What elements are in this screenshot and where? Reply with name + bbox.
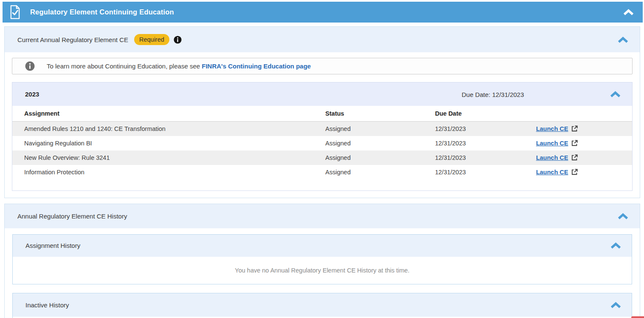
external-link-icon — [571, 154, 578, 161]
chevron-up-icon[interactable] — [610, 301, 622, 309]
table-row: Navigating Regulation BI Assigned 12/31/… — [12, 136, 632, 150]
assignment-history-title: Assignment History — [25, 242, 80, 249]
info-circle-icon[interactable] — [174, 36, 182, 44]
column-header-assignment: Assignment — [12, 106, 325, 121]
ce-history-body: Assignment History You have no Annual Re… — [5, 228, 640, 318]
column-header-status: Status — [325, 106, 435, 121]
due-date-cell: 12/31/2023 — [435, 136, 536, 150]
launch-ce-link[interactable]: Launch CE — [536, 169, 568, 176]
launch-ce-link[interactable]: Launch CE — [536, 154, 568, 161]
status-cell: Assigned — [325, 150, 435, 165]
launch-ce-link[interactable]: Launch CE — [536, 140, 568, 147]
assignment-history-header: Assignment History — [13, 235, 632, 257]
column-header-due-date: Due Date — [435, 106, 536, 121]
info-banner-text-lead: To learn more about Continuing Education… — [47, 62, 202, 70]
panel-due-date: Due Date: 12/31/2023 — [462, 91, 524, 98]
info-circle-icon — [25, 61, 35, 71]
assignment-history-empty-message: You have no Annual Regulatory Element CE… — [13, 257, 632, 284]
status-cell: Assigned — [325, 136, 435, 150]
status-cell: Assigned — [325, 165, 435, 179]
due-date-cell: 12/31/2023 — [435, 165, 536, 179]
launch-ce-link[interactable]: Launch CE — [536, 125, 568, 132]
inactive-history-header: Inactive History — [13, 293, 632, 317]
chevron-up-icon[interactable] — [617, 213, 629, 220]
info-banner-text: To learn more about Continuing Education… — [47, 62, 311, 70]
section-header-regulatory-ce: Regulatory Element Continuing Education — [3, 2, 643, 23]
current-ce-card: Current Annual Regulatory Element CE Req… — [4, 26, 640, 198]
inactive-history-title: Inactive History — [25, 301, 69, 309]
document-check-icon — [9, 5, 21, 19]
table-row: Amended Rules 1210 and 1240: CE Transfor… — [12, 121, 632, 136]
column-header-actions — [536, 106, 632, 121]
ce-history-header: Annual Regulatory Element CE History — [5, 204, 640, 228]
chevron-up-icon[interactable] — [610, 242, 622, 249]
external-link-icon — [571, 139, 578, 147]
assignments-table: Assignment Status Due Date Amended Rules… — [12, 106, 632, 179]
required-badge: Required — [134, 34, 169, 45]
table-row: New Rule Overview: Rule 3241 Assigned 12… — [12, 150, 632, 165]
ce-history-title: Annual Regulatory Element CE History — [17, 213, 127, 220]
chevron-up-icon[interactable] — [617, 36, 629, 43]
external-link-icon — [571, 168, 578, 176]
current-ce-title: Current Annual Regulatory Element CE — [17, 36, 128, 43]
assignment-history-panel: Assignment History You have no Annual Re… — [12, 234, 632, 284]
current-ce-body: To learn more about Continuing Education… — [5, 52, 640, 198]
year-panel-header: 2023 Due Date: 12/31/2023 — [12, 82, 632, 106]
info-banner: To learn more about Continuing Education… — [12, 58, 633, 74]
year-label: 2023 — [25, 91, 39, 98]
due-date-cell: 12/31/2023 — [435, 121, 536, 136]
feedback-button-edge[interactable] — [631, 316, 644, 318]
assignment-cell: Information Protection — [12, 165, 325, 179]
due-date-cell: 12/31/2023 — [435, 150, 536, 165]
finra-continuing-education-link[interactable]: FINRA's Continuing Education page — [202, 62, 311, 70]
assignment-cell: Navigating Regulation BI — [12, 136, 325, 150]
assignment-cell: Amended Rules 1210 and 1240: CE Transfor… — [12, 121, 325, 136]
current-ce-header: Current Annual Regulatory Element CE Req… — [5, 27, 640, 52]
chevron-up-icon[interactable] — [610, 91, 621, 98]
table-row: Information Protection Assigned 12/31/20… — [12, 165, 632, 179]
table-header-row: Assignment Status Due Date — [12, 106, 632, 121]
ce-history-card: Annual Regulatory Element CE History Ass… — [4, 204, 640, 318]
assignment-cell: New Rule Overview: Rule 3241 — [12, 150, 325, 165]
year-panel-2023: 2023 Due Date: 12/31/2023 Assignment Sta… — [12, 82, 633, 191]
external-link-icon — [571, 125, 578, 132]
page-title: Regulatory Element Continuing Education — [30, 8, 174, 16]
status-cell: Assigned — [325, 121, 435, 136]
inactive-history-panel: Inactive History — [12, 293, 632, 318]
chevron-up-icon[interactable] — [623, 9, 634, 16]
inactive-history-body — [13, 317, 632, 318]
